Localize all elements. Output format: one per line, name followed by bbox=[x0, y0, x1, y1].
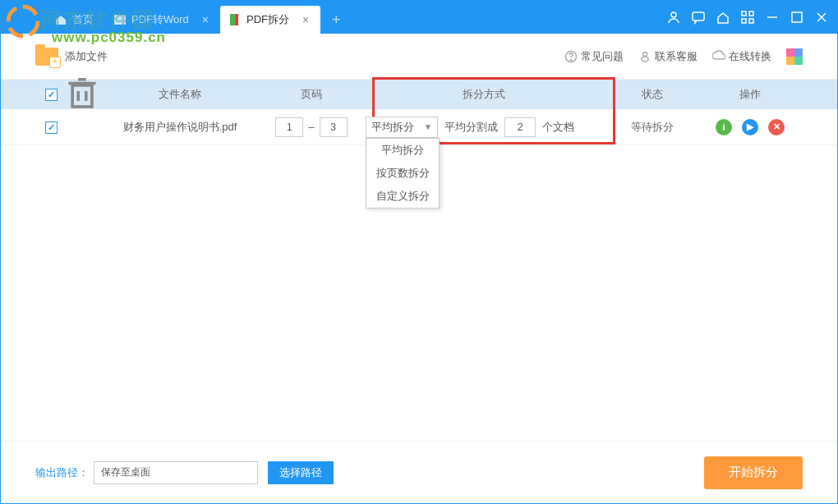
page-separator: – bbox=[308, 121, 314, 133]
select-all-checkbox[interactable] bbox=[45, 89, 58, 101]
dropdown-menu: 平均拆分 按页数拆分 自定义拆分 bbox=[366, 138, 440, 208]
info-button[interactable]: i bbox=[716, 119, 732, 135]
page-to-input[interactable] bbox=[320, 117, 348, 137]
svg-rect-2 bbox=[236, 14, 238, 25]
online-link[interactable]: 在线转换 bbox=[712, 49, 771, 64]
close-icon[interactable]: × bbox=[302, 13, 309, 26]
file-name: 财务用户操作说明书.pdf bbox=[98, 120, 262, 135]
dropdown-option[interactable]: 平均拆分 bbox=[366, 139, 439, 162]
tab-pdf2word[interactable]: PDF转Word × bbox=[105, 6, 220, 34]
faq-label: 常见问题 bbox=[581, 49, 624, 64]
home-icon[interactable] bbox=[716, 10, 730, 25]
tab-pdfsplit[interactable]: PDF拆分 × bbox=[220, 6, 320, 34]
svg-rect-1 bbox=[230, 14, 237, 25]
apps-icon[interactable] bbox=[740, 10, 755, 25]
play-button[interactable]: ▶ bbox=[742, 119, 758, 135]
close-icon[interactable]: × bbox=[202, 13, 209, 26]
folder-icon bbox=[35, 48, 58, 66]
split-prefix: 平均分割成 bbox=[444, 120, 498, 135]
tab-label: PDF转Word bbox=[131, 12, 189, 27]
chevron-down-icon: ▼ bbox=[424, 122, 432, 131]
header-op: 操作 bbox=[698, 87, 803, 102]
svg-rect-4 bbox=[693, 12, 704, 21]
svg-rect-8 bbox=[749, 19, 753, 23]
svg-rect-0 bbox=[114, 15, 126, 25]
maximize-icon[interactable] bbox=[790, 10, 804, 25]
dropdown-selected: 平均拆分 bbox=[371, 120, 414, 135]
svg-rect-5 bbox=[742, 11, 746, 16]
header-mode: 拆分方式 bbox=[361, 87, 607, 102]
faq-link[interactable]: 常见问题 bbox=[564, 49, 624, 64]
start-split-button[interactable]: 开始拆分 bbox=[704, 456, 803, 489]
table-header: 文件名称 页码 拆分方式 状态 操作 bbox=[1, 80, 837, 109]
word-icon bbox=[113, 13, 127, 26]
bottom-bar: 输出路径： 选择路径 开始拆分 bbox=[1, 441, 837, 503]
home-icon bbox=[54, 13, 67, 26]
pdf-icon bbox=[228, 13, 242, 26]
dropdown-option[interactable]: 按页数拆分 bbox=[366, 162, 439, 185]
split-count-input[interactable] bbox=[504, 117, 536, 137]
split-suffix: 个文档 bbox=[542, 120, 574, 135]
tab-label: PDF拆分 bbox=[246, 12, 289, 27]
dropdown-option[interactable]: 自定义拆分 bbox=[366, 185, 439, 208]
gift-icon[interactable] bbox=[786, 48, 803, 65]
close-window-icon[interactable] bbox=[814, 10, 829, 25]
header-filename: 文件名称 bbox=[98, 87, 262, 102]
output-path-input[interactable] bbox=[94, 461, 258, 484]
toolbar: 添加文件 常见问题 联系客服 在线转换 bbox=[1, 34, 837, 80]
contact-label: 联系客服 bbox=[655, 49, 698, 64]
chat-icon[interactable] bbox=[691, 10, 706, 25]
header-status: 状态 bbox=[607, 87, 698, 102]
title-bar: 首页 PDF转Word × PDF拆分 × + bbox=[1, 1, 837, 34]
svg-rect-7 bbox=[742, 19, 746, 23]
output-label: 输出路径： bbox=[35, 465, 89, 480]
svg-point-3 bbox=[671, 12, 676, 17]
minimize-icon[interactable] bbox=[765, 10, 780, 25]
title-controls bbox=[666, 1, 837, 34]
add-file-label: 添加文件 bbox=[65, 49, 108, 64]
svg-point-18 bbox=[643, 52, 647, 56]
online-label: 在线转换 bbox=[729, 49, 771, 64]
svg-rect-20 bbox=[72, 85, 92, 107]
contact-link[interactable]: 联系客服 bbox=[638, 49, 698, 64]
header-page: 页码 bbox=[262, 87, 361, 102]
table-row: 财务用户操作说明书.pdf – 平均拆分 ▼ 平均拆分 按页数拆分 自定义拆分 … bbox=[1, 109, 837, 145]
tab-home[interactable]: 首页 bbox=[46, 6, 105, 34]
delete-row-button[interactable]: ✕ bbox=[768, 119, 785, 135]
user-icon[interactable] bbox=[666, 10, 681, 25]
tab-label: 首页 bbox=[72, 12, 94, 27]
svg-point-17 bbox=[570, 59, 571, 60]
split-mode-dropdown[interactable]: 平均拆分 ▼ 平均拆分 按页数拆分 自定义拆分 bbox=[366, 117, 438, 138]
page-from-input[interactable] bbox=[275, 117, 303, 137]
delete-all-button[interactable] bbox=[67, 101, 98, 113]
row-status: 等待拆分 bbox=[607, 120, 698, 135]
choose-path-button[interactable]: 选择路径 bbox=[268, 461, 334, 484]
add-tab-button[interactable]: + bbox=[325, 9, 347, 30]
svg-point-19 bbox=[642, 57, 648, 62]
add-file-button[interactable]: 添加文件 bbox=[35, 48, 108, 66]
row-checkbox[interactable] bbox=[45, 121, 58, 134]
svg-rect-10 bbox=[792, 12, 802, 22]
svg-rect-6 bbox=[749, 11, 753, 16]
